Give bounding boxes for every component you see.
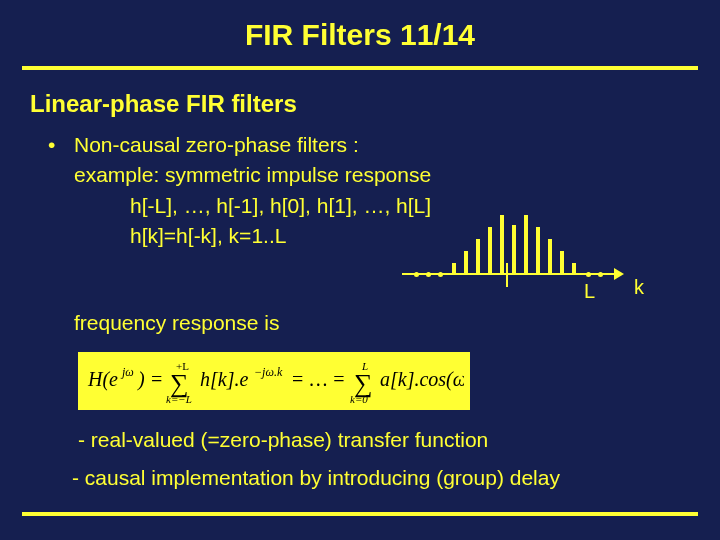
axis-horizontal (402, 273, 617, 275)
svg-text:−jω.k: −jω.k (254, 365, 283, 379)
svg-text:) =: ) = (137, 368, 163, 391)
impulse-stem (572, 263, 576, 275)
divider-top (22, 66, 698, 70)
note-line-2: - causal implementation by introducing (… (72, 466, 720, 490)
section-heading: Linear-phase FIR filters (30, 90, 720, 118)
slide-title: FIR Filters 11/14 (0, 0, 720, 52)
impulse-response-diagram: L k (402, 203, 622, 299)
svg-text:H(e: H(e (87, 368, 118, 391)
ellipsis-dot (426, 272, 431, 277)
svg-text:= … =: = … = (292, 368, 345, 390)
svg-text:k=0: k=0 (350, 393, 368, 404)
axis-origin-tick (506, 263, 508, 287)
impulse-stem (488, 227, 492, 275)
body-line-2: example: symmetric impulse response (48, 160, 720, 190)
frequency-response-formula: H(e jω ) = +L ∑ k=−L h[k].e −jω.k = … = … (78, 352, 470, 410)
axis-label-k: k (634, 276, 644, 299)
svg-text:a[k].cos(ω.k): a[k].cos(ω.k) (380, 368, 464, 391)
svg-text:jω: jω (120, 365, 134, 379)
axis-label-L: L (584, 280, 595, 303)
note-line-1: - real-valued (=zero-phase) transfer fun… (78, 428, 720, 452)
svg-text:h[k].e: h[k].e (200, 368, 248, 390)
ellipsis-dot (586, 272, 591, 277)
ellipsis-dot (438, 272, 443, 277)
divider-bottom (22, 512, 698, 516)
impulse-stem (512, 225, 516, 275)
ellipsis-dot (598, 272, 603, 277)
impulse-stem (524, 215, 528, 275)
bullet-line-1: Non-causal zero-phase filters : (48, 130, 720, 160)
impulse-stem (452, 263, 456, 275)
impulse-stem (500, 215, 504, 275)
ellipsis-dot (414, 272, 419, 277)
impulse-stem (476, 239, 480, 275)
body-line-5: frequency response is (48, 308, 720, 338)
impulse-stem (548, 239, 552, 275)
impulse-stem (536, 227, 540, 275)
svg-text:k=−L: k=−L (166, 393, 192, 404)
impulse-stem (464, 251, 468, 275)
impulse-stem (560, 251, 564, 275)
axis-arrow-icon (614, 268, 624, 280)
